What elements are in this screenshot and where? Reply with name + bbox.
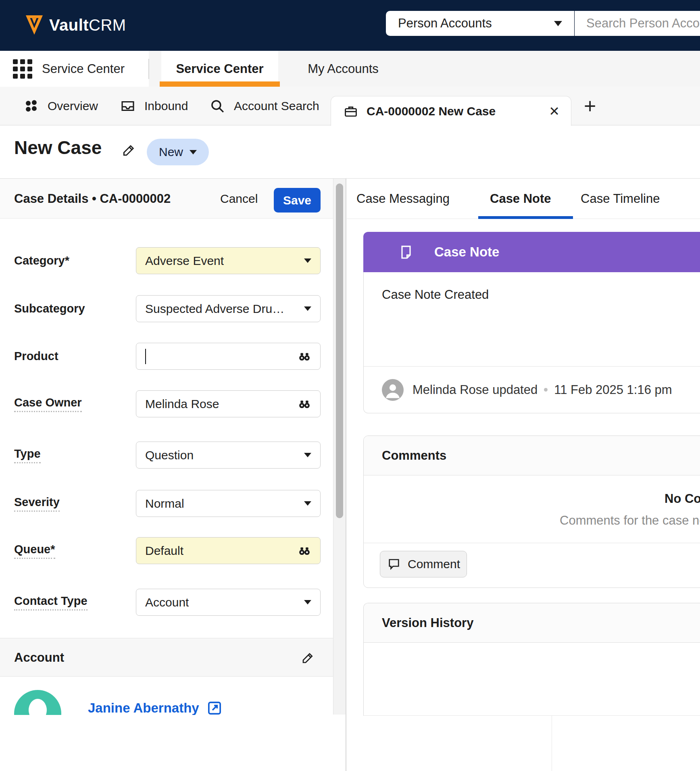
vault-crm-window: VaultCRM Person Accounts Search Person A… <box>0 0 700 771</box>
save-button[interactable]: Save <box>274 188 321 213</box>
field-label-severity: Severity <box>14 490 60 517</box>
divider <box>148 59 149 79</box>
binoculars-icon[interactable] <box>298 397 311 411</box>
global-search-input[interactable]: Search Person Acco <box>575 11 700 36</box>
comments-card-title: Comments <box>382 448 446 463</box>
chevron-down-icon <box>304 501 311 506</box>
status-badge[interactable]: New <box>147 139 209 165</box>
brand-text: VaultCRM <box>49 16 126 34</box>
subnav-item-account-search[interactable]: Account Search <box>209 87 319 125</box>
account-section-header: Account <box>0 638 333 677</box>
binoculars-icon[interactable] <box>298 350 311 363</box>
tab-my-accounts[interactable]: My Accounts <box>297 51 390 87</box>
overview-icon <box>23 98 40 115</box>
case-tab-active[interactable]: CA-0000002 New Case ✕ <box>331 96 571 126</box>
vault-crm-logo: VaultCRM <box>25 15 126 35</box>
close-tab-icon[interactable]: ✕ <box>549 104 560 119</box>
field-label-subcategory: Subcategory <box>14 295 85 322</box>
chevron-down-icon <box>554 21 562 26</box>
comments-empty-title: No Comments <box>665 492 700 506</box>
text-cursor <box>145 349 146 364</box>
panel-divider <box>346 179 346 771</box>
case-activity-tabs: Case Messaging Case Note Case Timeline <box>347 179 700 219</box>
binoculars-icon[interactable] <box>298 544 311 558</box>
comment-button[interactable]: Comment <box>380 551 467 577</box>
case-note-card-footer: Melinda Rose updated 11 Feb 2025 1:16 pm <box>364 366 700 413</box>
subcategory-select[interactable]: Suspected Adverse Dru… <box>136 295 321 322</box>
edit-title-icon[interactable] <box>121 142 137 158</box>
case-owner-lookup-input[interactable]: Melinda Rose <box>136 390 321 417</box>
external-link-icon <box>206 700 223 715</box>
case-tab-label: CA-0000002 New Case <box>367 104 496 118</box>
vault-v-icon <box>25 15 44 35</box>
page-header: New Case New <box>0 125 700 179</box>
user-avatar <box>382 379 404 401</box>
brand-vault: Vault <box>49 16 89 34</box>
field-label-type: Type <box>14 442 41 469</box>
subnav-item-overview[interactable]: Overview <box>23 87 98 125</box>
new-tab-button[interactable]: + <box>584 87 596 125</box>
subnav-item-inbound[interactable]: Inbound <box>119 87 188 125</box>
active-tab-underline <box>160 81 280 87</box>
comment-bubble-icon <box>387 557 401 571</box>
object-selector-dropdown[interactable]: Person Accounts <box>386 11 574 36</box>
chevron-down-icon <box>190 150 197 154</box>
field-label-category: Category* <box>14 247 69 274</box>
dot-separator <box>544 388 548 392</box>
product-lookup-input[interactable] <box>136 343 321 370</box>
page-title: New Case <box>14 137 102 158</box>
case-activity-panel: Case Messaging Case Note Case Timeline C… <box>347 179 700 771</box>
divider <box>552 716 552 771</box>
tab-case-timeline[interactable]: Case Timeline <box>581 179 660 219</box>
field-label-product: Product <box>14 343 58 370</box>
field-label-contact-type: Contact Type <box>14 589 88 616</box>
account-contact-link[interactable]: Janine Abernathy <box>88 690 223 715</box>
case-note-card-title: Case Note <box>434 244 499 260</box>
account-section-title: Account <box>14 638 64 677</box>
chevron-down-icon <box>304 453 311 457</box>
inbound-tray-icon <box>119 98 136 115</box>
app-tab-bar: Service Center Service Center My Account… <box>0 51 700 87</box>
chevron-down-icon <box>304 306 311 311</box>
left-panel-scrollbar[interactable] <box>336 183 343 518</box>
field-label-case-owner: Case Owner <box>14 390 82 417</box>
category-select[interactable]: Adverse Event <box>136 247 321 274</box>
chevron-down-icon <box>304 600 311 604</box>
briefcase-icon <box>343 104 358 119</box>
app-name[interactable]: Service Center <box>42 51 125 87</box>
active-tab-underline <box>478 216 573 219</box>
case-details-title: Case Details • CA-0000002 <box>14 179 171 219</box>
updated-time: 11 Feb 2025 1:16 pm <box>554 383 672 397</box>
edit-account-icon[interactable] <box>301 650 315 665</box>
app-launcher-icon[interactable] <box>13 59 32 79</box>
tab-service-center[interactable]: Service Center <box>161 51 278 87</box>
case-note-text: Case Note Created <box>382 288 489 302</box>
case-details-panel: Case Details • CA-0000002 Cancel Save Ca… <box>0 179 333 715</box>
top-navbar: VaultCRM Person Accounts Search Person A… <box>0 0 700 51</box>
contact-name: Janine Abernathy <box>88 700 199 715</box>
tab-case-messaging[interactable]: Case Messaging <box>356 179 450 219</box>
brand-crm: CRM <box>89 16 126 34</box>
type-select[interactable]: Question <box>136 442 321 469</box>
search-icon <box>209 98 226 115</box>
object-selector-value: Person Accounts <box>398 16 492 31</box>
comments-empty-subtitle: Comments for the case no <box>560 513 700 528</box>
updated-by: Melinda Rose updated <box>412 383 538 397</box>
version-history-title: Version History <box>382 616 473 630</box>
account-avatar <box>14 690 61 715</box>
cancel-button[interactable]: Cancel <box>220 179 258 219</box>
case-note-card-body: Case Note Created Melinda Rose updated 1… <box>363 272 700 413</box>
note-icon <box>398 244 414 260</box>
queue-lookup-input[interactable]: Default <box>136 537 321 564</box>
case-note-card-header: Case Note <box>363 232 700 272</box>
workspace-tab-bar: Overview Inbound Account Search CA-00000… <box>0 87 700 125</box>
chevron-down-icon <box>304 258 311 263</box>
case-details-header: Case Details • CA-0000002 Cancel Save <box>0 179 333 219</box>
update-meta: Melinda Rose updated 11 Feb 2025 1:16 pm <box>412 383 672 397</box>
search-placeholder: Search Person Acco <box>586 16 700 31</box>
severity-select[interactable]: Normal <box>136 490 321 517</box>
tab-case-note[interactable]: Case Note <box>490 179 551 219</box>
contact-type-select[interactable]: Account <box>136 589 321 616</box>
comments-card: Comments No Comments Comments for the ca… <box>363 436 700 588</box>
version-history-card: Version History <box>363 603 700 716</box>
